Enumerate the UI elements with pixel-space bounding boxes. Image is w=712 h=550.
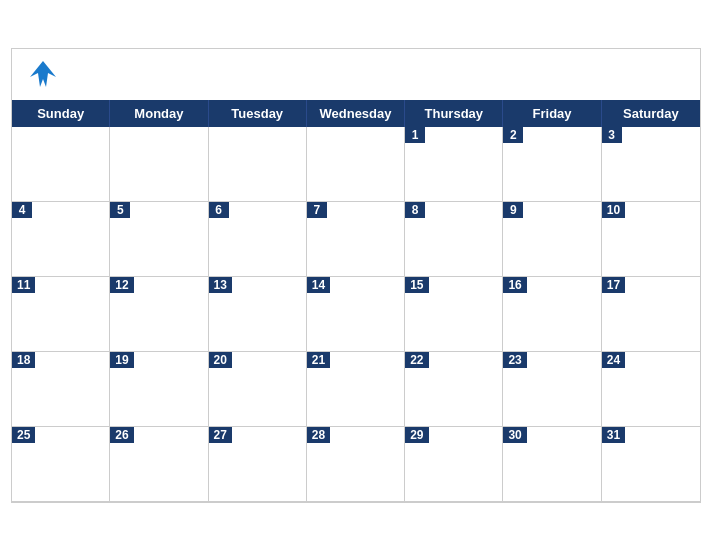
date-number: 18 (12, 352, 35, 368)
calendar-day-9: 9 (503, 202, 601, 277)
calendar-day-30: 30 (503, 427, 601, 502)
date-number: 27 (209, 427, 232, 443)
date-number: 26 (110, 427, 133, 443)
calendar-day-12: 12 (110, 277, 208, 352)
days-header: SundayMondayTuesdayWednesdayThursdayFrid… (12, 100, 700, 127)
calendar-day-26: 26 (110, 427, 208, 502)
calendar: SundayMondayTuesdayWednesdayThursdayFrid… (11, 48, 701, 503)
calendar-day-16: 16 (503, 277, 601, 352)
day-header-sunday: Sunday (12, 100, 110, 127)
date-number: 9 (503, 202, 523, 218)
calendar-day-1: 1 (405, 127, 503, 202)
date-number: 30 (503, 427, 526, 443)
date-number: 14 (307, 277, 330, 293)
date-number: 6 (209, 202, 229, 218)
calendar-day-21: 21 (307, 352, 405, 427)
day-header-friday: Friday (503, 100, 601, 127)
date-number: 10 (602, 202, 625, 218)
day-header-monday: Monday (110, 100, 208, 127)
calendar-day-23: 23 (503, 352, 601, 427)
date-number: 5 (110, 202, 130, 218)
calendar-day-20: 20 (209, 352, 307, 427)
calendar-day-6: 6 (209, 202, 307, 277)
svg-marker-0 (30, 61, 56, 87)
date-number: 16 (503, 277, 526, 293)
calendar-day-11: 11 (12, 277, 110, 352)
calendar-day-15: 15 (405, 277, 503, 352)
date-number: 8 (405, 202, 425, 218)
day-header-saturday: Saturday (602, 100, 700, 127)
calendar-day-13: 13 (209, 277, 307, 352)
calendar-day-29: 29 (405, 427, 503, 502)
date-number: 20 (209, 352, 232, 368)
calendar-day-2: 2 (503, 127, 601, 202)
date-number: 28 (307, 427, 330, 443)
calendar-empty-cell (209, 127, 307, 202)
calendar-empty-cell (110, 127, 208, 202)
calendar-empty-cell (12, 127, 110, 202)
calendar-grid: 1234567891011121314151617181920212223242… (12, 127, 700, 502)
calendar-empty-cell (307, 127, 405, 202)
calendar-day-10: 10 (602, 202, 700, 277)
calendar-day-18: 18 (12, 352, 110, 427)
date-number: 17 (602, 277, 625, 293)
calendar-day-24: 24 (602, 352, 700, 427)
date-number: 11 (12, 277, 35, 293)
calendar-day-31: 31 (602, 427, 700, 502)
calendar-day-27: 27 (209, 427, 307, 502)
date-number: 15 (405, 277, 428, 293)
calendar-day-8: 8 (405, 202, 503, 277)
date-number: 7 (307, 202, 327, 218)
date-number: 13 (209, 277, 232, 293)
date-number: 12 (110, 277, 133, 293)
date-number: 31 (602, 427, 625, 443)
logo (28, 59, 60, 94)
date-number: 25 (12, 427, 35, 443)
day-header-tuesday: Tuesday (209, 100, 307, 127)
date-number: 1 (405, 127, 425, 143)
date-number: 29 (405, 427, 428, 443)
date-number: 3 (602, 127, 622, 143)
date-number: 4 (12, 202, 32, 218)
calendar-day-17: 17 (602, 277, 700, 352)
calendar-day-3: 3 (602, 127, 700, 202)
date-number: 19 (110, 352, 133, 368)
calendar-day-19: 19 (110, 352, 208, 427)
date-number: 22 (405, 352, 428, 368)
calendar-day-28: 28 (307, 427, 405, 502)
calendar-day-7: 7 (307, 202, 405, 277)
calendar-day-5: 5 (110, 202, 208, 277)
calendar-header (12, 49, 700, 100)
calendar-day-25: 25 (12, 427, 110, 502)
calendar-day-22: 22 (405, 352, 503, 427)
logo-bird-icon (28, 59, 58, 94)
calendar-day-14: 14 (307, 277, 405, 352)
date-number: 21 (307, 352, 330, 368)
date-number: 24 (602, 352, 625, 368)
calendar-day-4: 4 (12, 202, 110, 277)
date-number: 2 (503, 127, 523, 143)
date-number: 23 (503, 352, 526, 368)
day-header-thursday: Thursday (405, 100, 503, 127)
day-header-wednesday: Wednesday (307, 100, 405, 127)
